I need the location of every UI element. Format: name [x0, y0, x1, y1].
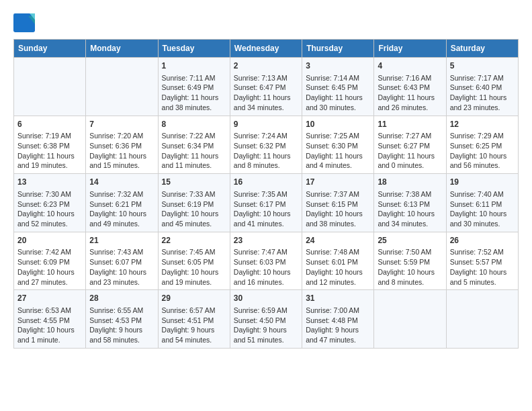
- calendar-cell: 27Sunrise: 6:53 AMSunset: 4:55 PMDayligh…: [14, 290, 86, 349]
- day-number: 10: [306, 119, 370, 130]
- day-info: Sunrise: 7:27 AMSunset: 6:27 PMDaylight:…: [378, 131, 442, 171]
- calendar-cell: 7Sunrise: 7:20 AMSunset: 6:36 PMDaylight…: [86, 116, 158, 174]
- day-info: Sunrise: 7:20 AMSunset: 6:36 PMDaylight:…: [89, 131, 154, 171]
- day-number: 21: [89, 235, 154, 246]
- day-info: Sunrise: 7:25 AMSunset: 6:30 PMDaylight:…: [306, 131, 370, 171]
- day-info: Sunrise: 7:14 AMSunset: 6:45 PMDaylight:…: [306, 73, 370, 113]
- day-info: Sunrise: 7:00 AMSunset: 4:48 PMDaylight:…: [306, 306, 370, 345]
- day-number: 6: [17, 119, 82, 130]
- day-info: Sunrise: 7:29 AMSunset: 6:25 PMDaylight:…: [450, 131, 515, 171]
- calendar-cell: 16Sunrise: 7:35 AMSunset: 6:17 PMDayligh…: [230, 174, 302, 232]
- day-info: Sunrise: 7:19 AMSunset: 6:38 PMDaylight:…: [17, 131, 82, 171]
- calendar-cell: 17Sunrise: 7:37 AMSunset: 6:15 PMDayligh…: [302, 174, 374, 232]
- weekday-header-tuesday: Tuesday: [158, 40, 230, 58]
- day-number: 8: [162, 119, 226, 130]
- day-info: Sunrise: 7:16 AMSunset: 6:43 PMDaylight:…: [378, 73, 442, 113]
- day-info: Sunrise: 7:50 AMSunset: 5:59 PMDaylight:…: [378, 247, 442, 287]
- day-number: 9: [234, 119, 298, 130]
- calendar-cell: 28Sunrise: 6:55 AMSunset: 4:53 PMDayligh…: [86, 290, 158, 349]
- day-info: Sunrise: 7:40 AMSunset: 6:11 PMDaylight:…: [450, 189, 515, 229]
- day-number: 18: [378, 177, 442, 188]
- calendar-week-1: 1Sunrise: 7:11 AMSunset: 6:49 PMDaylight…: [14, 58, 519, 116]
- logo: [13, 13, 38, 32]
- calendar-cell: 30Sunrise: 6:59 AMSunset: 4:50 PMDayligh…: [230, 290, 302, 349]
- day-number: 19: [450, 177, 515, 188]
- day-info: Sunrise: 7:43 AMSunset: 6:07 PMDaylight:…: [89, 247, 154, 287]
- calendar-cell: 26Sunrise: 7:52 AMSunset: 5:57 PMDayligh…: [446, 232, 518, 290]
- page-header: [13, 13, 519, 32]
- calendar-cell: [86, 58, 158, 116]
- day-number: 1: [162, 60, 226, 72]
- calendar-cell: 14Sunrise: 7:32 AMSunset: 6:21 PMDayligh…: [86, 174, 158, 232]
- day-number: 25: [378, 235, 442, 246]
- weekday-header-saturday: Saturday: [446, 40, 518, 58]
- weekday-header-row: SundayMondayTuesdayWednesdayThursdayFrid…: [14, 40, 519, 58]
- day-number: 2: [234, 60, 298, 72]
- day-info: Sunrise: 7:48 AMSunset: 6:01 PMDaylight:…: [306, 247, 370, 287]
- day-info: Sunrise: 7:32 AMSunset: 6:21 PMDaylight:…: [89, 189, 154, 229]
- day-number: 3: [306, 60, 370, 72]
- day-info: Sunrise: 7:35 AMSunset: 6:17 PMDaylight:…: [234, 189, 298, 229]
- day-info: Sunrise: 7:22 AMSunset: 6:34 PMDaylight:…: [162, 131, 226, 171]
- day-info: Sunrise: 7:11 AMSunset: 6:49 PMDaylight:…: [162, 73, 226, 113]
- day-number: 12: [450, 119, 515, 130]
- calendar-cell: 9Sunrise: 7:24 AMSunset: 6:32 PMDaylight…: [230, 116, 302, 174]
- day-info: Sunrise: 7:45 AMSunset: 6:05 PMDaylight:…: [162, 247, 226, 287]
- calendar-cell: 24Sunrise: 7:48 AMSunset: 6:01 PMDayligh…: [302, 232, 374, 290]
- day-info: Sunrise: 7:30 AMSunset: 6:23 PMDaylight:…: [17, 189, 82, 229]
- day-number: 15: [162, 177, 226, 188]
- calendar-week-5: 27Sunrise: 6:53 AMSunset: 4:55 PMDayligh…: [14, 290, 519, 349]
- day-number: 14: [89, 177, 154, 188]
- calendar-cell: [14, 58, 86, 116]
- weekday-header-thursday: Thursday: [302, 40, 374, 58]
- calendar-cell: 23Sunrise: 7:47 AMSunset: 6:03 PMDayligh…: [230, 232, 302, 290]
- calendar-cell: 1Sunrise: 7:11 AMSunset: 6:49 PMDaylight…: [158, 58, 230, 116]
- day-number: 22: [162, 235, 226, 246]
- day-number: 20: [17, 235, 82, 246]
- logo-icon: [13, 13, 35, 32]
- calendar-cell: 15Sunrise: 7:33 AMSunset: 6:19 PMDayligh…: [158, 174, 230, 232]
- calendar-cell: [446, 290, 518, 349]
- day-number: 16: [234, 177, 298, 188]
- day-info: Sunrise: 6:55 AMSunset: 4:53 PMDaylight:…: [89, 306, 154, 345]
- calendar-cell: 19Sunrise: 7:40 AMSunset: 6:11 PMDayligh…: [446, 174, 518, 232]
- day-number: 31: [306, 293, 370, 304]
- day-info: Sunrise: 7:37 AMSunset: 6:15 PMDaylight:…: [306, 189, 370, 229]
- day-number: 26: [450, 235, 515, 246]
- weekday-header-wednesday: Wednesday: [230, 40, 302, 58]
- day-number: 27: [17, 293, 82, 304]
- day-number: 30: [234, 293, 298, 304]
- day-info: Sunrise: 6:57 AMSunset: 4:51 PMDaylight:…: [162, 306, 226, 345]
- calendar-header: SundayMondayTuesdayWednesdayThursdayFrid…: [14, 40, 519, 58]
- day-number: 29: [162, 293, 226, 304]
- calendar-week-2: 6Sunrise: 7:19 AMSunset: 6:38 PMDaylight…: [14, 116, 519, 174]
- calendar-week-4: 20Sunrise: 7:42 AMSunset: 6:09 PMDayligh…: [14, 232, 519, 290]
- calendar-cell: 2Sunrise: 7:13 AMSunset: 6:47 PMDaylight…: [230, 58, 302, 116]
- calendar-cell: 3Sunrise: 7:14 AMSunset: 6:45 PMDaylight…: [302, 58, 374, 116]
- day-number: 28: [89, 293, 154, 304]
- calendar-cell: 6Sunrise: 7:19 AMSunset: 6:38 PMDaylight…: [14, 116, 86, 174]
- day-number: 17: [306, 177, 370, 188]
- day-number: 24: [306, 235, 370, 246]
- calendar-cell: 31Sunrise: 7:00 AMSunset: 4:48 PMDayligh…: [302, 290, 374, 349]
- weekday-header-monday: Monday: [86, 40, 158, 58]
- day-info: Sunrise: 7:24 AMSunset: 6:32 PMDaylight:…: [234, 131, 298, 171]
- day-info: Sunrise: 7:52 AMSunset: 5:57 PMDaylight:…: [450, 247, 515, 287]
- calendar-week-3: 13Sunrise: 7:30 AMSunset: 6:23 PMDayligh…: [14, 174, 519, 232]
- calendar-cell: 18Sunrise: 7:38 AMSunset: 6:13 PMDayligh…: [374, 174, 446, 232]
- calendar-table: SundayMondayTuesdayWednesdayThursdayFrid…: [13, 39, 519, 349]
- calendar-body: 1Sunrise: 7:11 AMSunset: 6:49 PMDaylight…: [14, 58, 519, 349]
- day-info: Sunrise: 7:42 AMSunset: 6:09 PMDaylight:…: [17, 247, 82, 287]
- day-number: 13: [17, 177, 82, 188]
- calendar-cell: 25Sunrise: 7:50 AMSunset: 5:59 PMDayligh…: [374, 232, 446, 290]
- calendar-cell: 10Sunrise: 7:25 AMSunset: 6:30 PMDayligh…: [302, 116, 374, 174]
- calendar-cell: 8Sunrise: 7:22 AMSunset: 6:34 PMDaylight…: [158, 116, 230, 174]
- calendar-cell: 13Sunrise: 7:30 AMSunset: 6:23 PMDayligh…: [14, 174, 86, 232]
- weekday-header-friday: Friday: [374, 40, 446, 58]
- calendar-cell: 4Sunrise: 7:16 AMSunset: 6:43 PMDaylight…: [374, 58, 446, 116]
- day-info: Sunrise: 7:17 AMSunset: 6:40 PMDaylight:…: [450, 73, 515, 113]
- day-number: 23: [234, 235, 298, 246]
- calendar-cell: 5Sunrise: 7:17 AMSunset: 6:40 PMDaylight…: [446, 58, 518, 116]
- day-info: Sunrise: 6:53 AMSunset: 4:55 PMDaylight:…: [17, 306, 82, 345]
- day-info: Sunrise: 7:47 AMSunset: 6:03 PMDaylight:…: [234, 247, 298, 287]
